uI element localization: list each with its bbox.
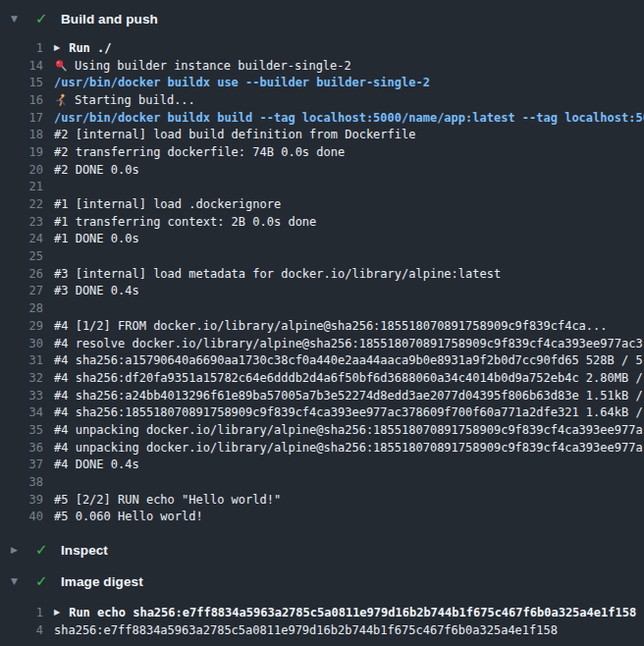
line-number[interactable]: 29 [0,319,43,333]
log-line: 36 #4 unpacking docker.io/library/alpine… [0,439,644,457]
log-line-text: Run ./ [69,41,111,55]
group-line[interactable]: ▶Run ./ [54,41,112,55]
line-number[interactable]: 18 [0,128,43,141]
line-number[interactable]: 4 [0,623,43,637]
line-number[interactable]: 38 [0,475,43,489]
chevron-right-icon: ▶ [11,546,35,555]
log-line-text: #1 DONE 0.0s [54,232,139,245]
log-line: 28 [0,299,644,317]
log-line: 26 #3 [internal] load metadata for docke… [0,265,644,283]
section-title: Build and push [61,12,158,27]
line-number[interactable]: 28 [0,301,43,315]
section-header-inspect[interactable]: ▶ ✓ Inspect [0,535,644,565]
log-line: 32 #4 sha256:df20fa9351a15782c64e6dddb2d… [0,369,644,387]
log-line-content: /usr/bin/docker buildx use --builder bui… [54,76,430,89]
log-line-text: #4 sha256:a24bb4013296f61e89ba57005a7b3e… [54,389,643,403]
line-number[interactable]: 24 [0,232,43,245]
log-line-text: #4 unpacking docker.io/library/alpine@sh… [54,441,643,455]
log-line: 1 ▶Run ./ [0,39,644,57]
section-header-build-and-push[interactable]: ▼ ✓ Build and push [0,4,644,33]
log-line-text: #2 DONE 0.0s [54,163,139,177]
line-number[interactable]: 1 [0,606,43,619]
line-number[interactable]: 1 [0,41,43,55]
log-line-text: Starting build... [75,93,195,107]
log-line: 40 #5 0.060 Hello world! [0,509,644,526]
log-line-text: sha256:e7ff8834a5963a2785c5a0811e979d16b… [54,623,558,637]
check-icon: ✓ [35,574,61,589]
log-line: 38 [0,473,644,491]
log-line: 18 #2 [internal] load build definition f… [0,126,644,143]
log-line-content: #3 DONE 0.4s [54,284,139,297]
line-number[interactable]: 39 [0,493,43,507]
line-number[interactable]: 25 [0,249,43,263]
log-line: 17 /usr/bin/docker buildx build --tag lo… [0,109,644,127]
log-line: 27 #3 DONE 0.4s [0,283,644,300]
expand-arrow-icon: ▶ [54,609,60,617]
line-number[interactable]: 40 [0,510,43,523]
line-number[interactable]: 26 [0,267,43,281]
log-line-text: #3 DONE 0.4s [54,284,139,297]
line-number[interactable]: 36 [0,441,43,455]
log-line: 23 #1 transferring context: 2B 0.0s done [0,213,644,231]
log-line: 33 #4 sha256:a24bb4013296f61e89ba57005a7… [0,387,644,404]
log-line-text: Run echo sha256:e7ff8834a5963a2785c5a081… [69,606,636,619]
log-section: ▼ ✓ Build and push 1 ▶Run ./ 14 Using bu… [0,4,644,535]
line-number[interactable]: 32 [0,371,43,385]
line-number[interactable]: 21 [0,180,43,193]
line-number[interactable]: 16 [0,93,43,107]
log-section: ▼ ✓ Image digest 1 ▶Run echo sha256:e7ff… [0,566,644,646]
log-line-text: /usr/bin/docker buildx build --tag local… [54,111,644,125]
section-title: Image digest [61,574,143,589]
line-number[interactable]: 30 [0,337,43,350]
log-line: 35 #4 unpacking docker.io/library/alpine… [0,421,644,439]
log-line: 39 #5 [2/2] RUN echo "Hello world!" [0,491,644,509]
log-line-text: #2 transferring dockerfile: 74B 0.0s don… [54,145,345,159]
log-section: ▶ ✓ Inspect [0,535,644,565]
line-number[interactable]: 22 [0,197,43,211]
log-line: 14 Using builder instance builder-single… [0,57,644,75]
log-line: 1 ▶Run echo sha256:e7ff8834a5963a2785c5a… [0,604,644,621]
log-line-text: #1 [internal] load .dockerignore [54,197,281,211]
log-line: 22 #1 [internal] load .dockerignore [0,195,644,213]
line-number[interactable]: 34 [0,405,43,419]
line-number[interactable]: 17 [0,111,43,125]
log-line-content: #1 DONE 0.0s [54,232,139,245]
line-number[interactable]: 14 [0,59,43,73]
line-number[interactable]: 23 [0,215,43,229]
check-icon: ✓ [35,12,61,27]
section-log: 1 ▶Run ./ 14 Using builder instance buil… [0,33,644,535]
line-number[interactable]: 19 [0,145,43,159]
pushpin-icon [54,59,68,73]
line-number[interactable]: 37 [0,458,43,471]
runner-icon [54,93,68,107]
log-line-content: #4 sha256:185518070891758909c9f839cf4ca3… [54,405,643,419]
line-number[interactable]: 31 [0,353,43,367]
log-line-text: #4 unpacking docker.io/library/alpine@sh… [54,423,643,437]
log-line: 30 #4 resolve docker.io/library/alpine@s… [0,335,644,352]
log-line-text: #2 [internal] load build definition from… [54,128,415,141]
line-number[interactable]: 20 [0,163,43,177]
log-line-content: #4 unpacking docker.io/library/alpine@sh… [54,423,643,437]
log-line-content: #2 [internal] load build definition from… [54,128,415,141]
group-line[interactable]: ▶Run echo sha256:e7ff8834a5963a2785c5a08… [54,606,636,619]
log-line: 16 Starting build... [0,91,644,109]
log-line-content: #1 transferring context: 2B 0.0s done [54,215,316,229]
log-line: 31 #4 sha256:a15790640a6690aa1730c38cf0a… [0,351,644,369]
line-number[interactable]: 27 [0,284,43,297]
line-number[interactable]: 15 [0,76,43,89]
log-line-text: #3 [internal] load metadata for docker.i… [54,267,501,281]
log-line-content: #2 transferring dockerfile: 74B 0.0s don… [54,145,345,159]
log-line: 24 #1 DONE 0.0s [0,231,644,248]
section-header-image-digest[interactable]: ▼ ✓ Image digest [0,566,644,596]
log-line-content: #4 DONE 0.4s [54,458,139,471]
log-line-content: sha256:e7ff8834a5963a2785c5a0811e979d16b… [54,623,558,637]
log-line-content: /usr/bin/docker buildx build --tag local… [54,111,644,125]
log-line-content: #1 [internal] load .dockerignore [54,197,281,211]
line-number[interactable]: 33 [0,389,43,403]
log-line-content: #4 unpacking docker.io/library/alpine@sh… [54,441,643,455]
log-line-content: #2 DONE 0.0s [54,163,139,177]
line-number[interactable]: 35 [0,423,43,437]
log-line: 37 #4 DONE 0.4s [0,457,644,474]
log-line: 20 #2 DONE 0.0s [0,161,644,179]
section-log: 1 ▶Run echo sha256:e7ff8834a5963a2785c5a… [0,596,644,646]
